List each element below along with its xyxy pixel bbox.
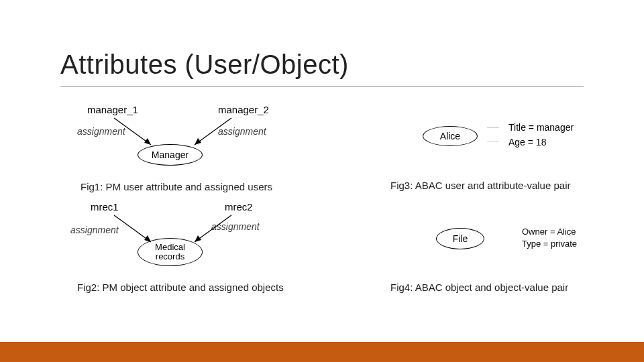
fig3-oval: Alice [423, 126, 478, 146]
fig1-bottom-label: Manager [152, 149, 189, 160]
fig1-diagram: manager_1 manager_2 assignment assignmen… [67, 104, 315, 181]
fig4-oval: File [436, 228, 484, 249]
fig3-dash-bottom [482, 141, 505, 141]
fig1-top-left-node: manager_1 [87, 104, 138, 115]
fig2-top-left-node: mrec1 [91, 201, 119, 213]
svg-marker-1 [144, 138, 151, 145]
fig2-caption: Fig2: PM object attribute and assigned o… [77, 282, 284, 293]
fig1-arrow-right [178, 115, 238, 148]
fig2-diagram: mrec1 mrec2 assignment assignment Medica… [67, 201, 315, 282]
svg-line-2 [195, 118, 231, 145]
slide: Attributes (User/Object) manager_1 manag… [0, 0, 644, 362]
title-underline [60, 86, 584, 86]
fig4-attr2: Type = private [522, 239, 577, 249]
fig2-top-right-node: mrec2 [225, 201, 253, 213]
fig3-attr2: Age = 18 [508, 137, 546, 147]
fig2-arrow-left [104, 212, 164, 245]
fig3-caption: Fig3: ABAC user and attribute-value pair [390, 180, 570, 191]
fig3-node-label: Alice [440, 131, 460, 141]
fig1-arrow-left [104, 115, 164, 148]
svg-line-8 [195, 215, 231, 242]
svg-marker-7 [144, 235, 151, 242]
svg-line-6 [114, 215, 151, 242]
fig4-attr1: Owner = Alice [522, 227, 576, 237]
fig4-diagram: File Owner = Alice Type = private [402, 221, 604, 268]
page-title: Attributes (User/Object) [60, 50, 349, 80]
fig1-top-right-node: manager_2 [218, 104, 269, 115]
fig4-node-label: File [453, 233, 468, 244]
svg-marker-3 [195, 138, 201, 145]
fig3-diagram: Alice Title = manager Age = 18 [402, 114, 604, 161]
fig4-caption: Fig4: ABAC object and object-value pair [390, 282, 568, 293]
fig2-arrow-right [178, 212, 238, 245]
svg-marker-9 [195, 235, 201, 242]
fig3-dash-top [482, 127, 505, 128]
fig1-caption: Fig1: PM user attribute and assigned use… [80, 181, 272, 192]
fig3-attr1: Title = manager [508, 122, 574, 133]
svg-line-0 [114, 118, 151, 145]
bottom-accent-bar [0, 342, 644, 362]
